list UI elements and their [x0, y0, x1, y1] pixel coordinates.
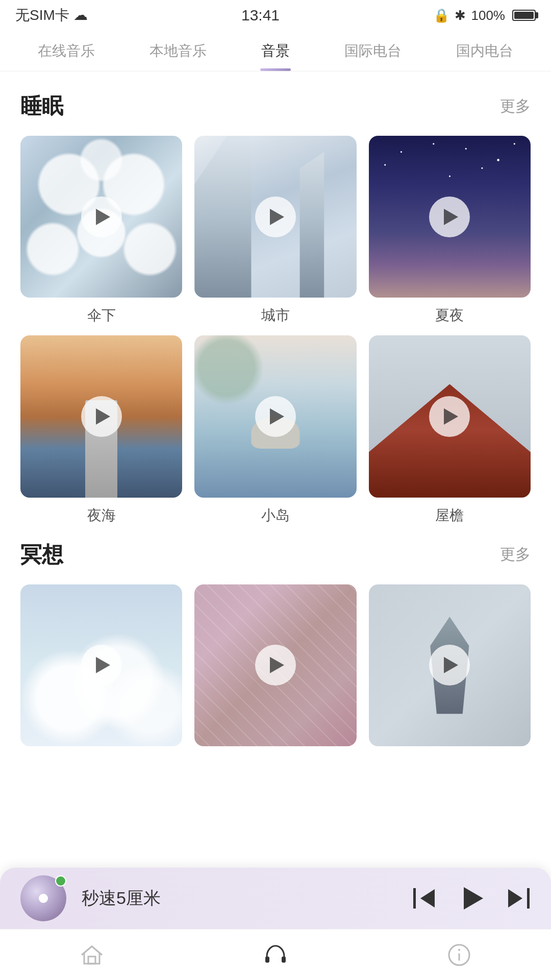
tab-domestic-radio[interactable]: 国内电台 [446, 41, 523, 61]
bluetooth-icon: ✱ [455, 8, 466, 23]
play-button-island[interactable] [255, 396, 296, 437]
soundscape-label-eave: 屋檐 [435, 506, 464, 525]
meditation-more-button[interactable]: 更多 [500, 544, 531, 565]
lock-icon: 🔒 [433, 8, 449, 23]
play-pause-button[interactable] [460, 887, 483, 910]
nav-music[interactable] [245, 935, 306, 975]
meditation-title: 冥想 [20, 541, 63, 569]
soundscape-label-umbrella: 伞下 [87, 306, 116, 325]
prev-icon [412, 887, 435, 910]
play-button-city[interactable] [255, 197, 296, 237]
svg-point-7 [458, 949, 460, 951]
sleep-more-button[interactable]: 更多 [500, 96, 531, 117]
soundscape-label-island: 小岛 [261, 506, 290, 525]
play-button-eave[interactable] [429, 396, 470, 437]
info-icon [444, 940, 474, 970]
soundscape-thumb-leaf [369, 584, 531, 746]
play-icon [460, 887, 483, 910]
sleep-title: 睡眠 [20, 92, 63, 120]
sleep-row-1: 伞下 城市 夏夜 [20, 136, 531, 325]
song-title: 秒速5厘米 [82, 887, 412, 910]
tab-online-music[interactable]: 在线音乐 [28, 41, 105, 61]
next-icon [508, 887, 531, 910]
playback-controls [412, 887, 531, 910]
album-center-dot [39, 894, 48, 903]
list-item[interactable] [20, 584, 182, 754]
soundscape-thumb-marble [194, 584, 356, 746]
soundscape-thumb-umbrella [20, 136, 182, 298]
status-bar: 无SIM卡 ☁ 13:41 🔒 ✱ 100% [0, 0, 551, 31]
home-icon [77, 940, 107, 970]
soundscape-thumb-island [194, 335, 356, 497]
soundscape-label-night-sea: 夜海 [87, 506, 116, 525]
meditation-section: 冥想 更多 [0, 541, 551, 754]
meditation-section-header: 冥想 更多 [20, 541, 531, 569]
play-button-marble[interactable] [255, 645, 296, 685]
play-button-umbrella[interactable] [81, 197, 122, 237]
soundscape-thumb-summer-night [369, 136, 531, 298]
soundscape-thumb-clouds [20, 584, 182, 746]
prev-button[interactable] [412, 887, 435, 910]
status-time: 13:41 [241, 7, 280, 24]
list-item[interactable]: 城市 [194, 136, 356, 325]
album-art [20, 875, 66, 921]
tab-local-music[interactable]: 本地音乐 [139, 41, 217, 61]
sleep-section-header: 睡眠 更多 [20, 92, 531, 120]
nav-info[interactable] [429, 935, 490, 975]
play-button-night-sea[interactable] [81, 396, 122, 437]
tab-intl-radio[interactable]: 国际电台 [334, 41, 412, 61]
list-item[interactable]: 小岛 [194, 335, 356, 525]
play-button-summer-night[interactable] [429, 197, 470, 237]
list-item[interactable] [369, 584, 531, 754]
soundscape-label-city: 城市 [261, 306, 290, 325]
soundscape-thumb-eave [369, 335, 531, 497]
play-button-clouds[interactable] [81, 645, 122, 685]
sim-status: 无SIM卡 ☁ [15, 6, 88, 25]
status-left: 无SIM卡 ☁ [15, 6, 88, 25]
music-icon [260, 940, 291, 970]
soundscape-label-summer-night: 夏夜 [435, 306, 464, 325]
sleep-row-2: 夜海 小岛 屋檐 [20, 335, 531, 525]
main-content: 睡眠 更多 伞下 城市 夏夜 [0, 71, 551, 525]
battery-icon [512, 10, 536, 21]
svg-rect-0 [88, 957, 95, 964]
soundscape-thumb-city [194, 136, 356, 298]
tab-soundscape[interactable]: 音景 [251, 41, 300, 61]
tab-bar: 在线音乐 本地音乐 音景 国际电台 国内电台 [0, 31, 551, 71]
battery-percent: 100% [471, 8, 505, 23]
nav-home[interactable] [61, 935, 122, 975]
bottom-nav [0, 929, 551, 980]
list-item[interactable]: 夏夜 [369, 136, 531, 325]
meditation-row-1 [20, 584, 531, 754]
soundscape-thumb-night-sea [20, 335, 182, 497]
now-playing-bar[interactable]: 秒速5厘米 [0, 868, 551, 929]
status-right: 🔒 ✱ 100% [433, 8, 536, 23]
play-button-leaf[interactable] [429, 645, 470, 685]
next-button[interactable] [508, 887, 531, 910]
list-item[interactable] [194, 584, 356, 754]
album-online-badge [55, 875, 66, 887]
tab-active-indicator [260, 68, 291, 71]
list-item[interactable]: 夜海 [20, 335, 182, 525]
list-item[interactable]: 伞下 [20, 136, 182, 325]
list-item[interactable]: 屋檐 [369, 335, 531, 525]
